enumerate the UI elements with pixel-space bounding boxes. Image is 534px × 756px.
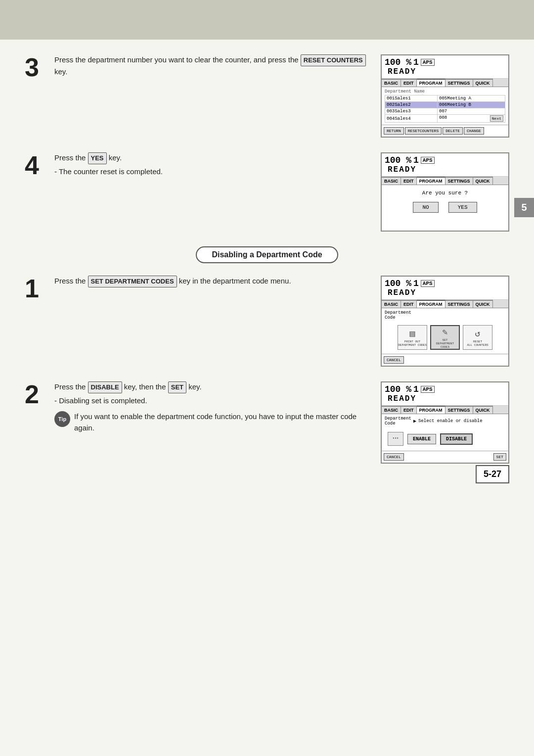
tab-edit-2b[interactable]: EDIT	[401, 406, 417, 414]
table-row-highlight: 002Sales2 006Meeting B	[385, 102, 505, 108]
screen-header-2b: 100 % 1 APS READY	[382, 382, 508, 406]
icon-row-1b: ▤ PRINT OUTDEPARTMENT CODES ✎ SETDEPARTM…	[385, 323, 505, 352]
screen-aps-1b: APS	[421, 280, 435, 287]
screen-num-3: 1	[413, 57, 419, 67]
screen-buttons-2b: CANCEL SET	[382, 451, 508, 463]
tab-quick-1b[interactable]: QUICK	[473, 300, 493, 308]
screen-buttons-1b: CANCEL	[382, 354, 508, 366]
step-3-text1: Press the department number you want to …	[54, 55, 301, 64]
step-1b-number: 1	[25, 276, 44, 301]
table-row: 001Sales1 005Meeting A	[385, 95, 505, 102]
screen-ready-3: READY	[385, 67, 505, 77]
screen-header-4: 100 % 1 APS READY	[382, 153, 508, 177]
section-divider-label: Disabling a Department Code	[196, 246, 338, 263]
reset-all-icon-box[interactable]: ↺ RESETALL COUNTERS	[463, 325, 492, 350]
next-label: Next	[490, 115, 503, 122]
screen-tabs-1b: BASIC EDIT PROGRAM SETTINGS QUICK	[382, 300, 508, 308]
step-1b-text1: Press the	[54, 277, 88, 285]
step-4-text: Press the YES key. - The counter reset i…	[54, 152, 371, 177]
step-2b-text3: key.	[188, 382, 201, 391]
set-dept-icon-box[interactable]: ✎ SETDEPARTMENT CODES	[430, 325, 460, 350]
step-1b-text: Press the SET DEPARTMENT CODES key in th…	[54, 276, 371, 287]
cancel-btn-1b[interactable]: CANCEL	[384, 356, 404, 364]
tab-quick-4[interactable]: QUICK	[473, 177, 493, 185]
resetcounters-btn[interactable]: RESETCOUNTERS	[405, 127, 442, 135]
screen-body-1b: DepartmentCode ▤ PRINT OUTDEPARTMENT COD…	[382, 308, 508, 354]
cancel-btn-2b[interactable]: CANCEL	[384, 453, 404, 461]
tip-text: If you want to enable the department cod…	[74, 411, 371, 433]
step-3-text: Press the department number you want to …	[54, 54, 371, 77]
screen-panel-step3: 100 % 1 APS READY BASIC EDIT PROGRAM SET…	[381, 54, 509, 138]
set-btn-2b[interactable]: SET	[493, 453, 506, 461]
tab-program-1b[interactable]: PROGRAM	[417, 300, 445, 308]
yes-btn[interactable]: YES	[448, 202, 477, 213]
enable-disable-row: *** ENABLE DISABLE	[385, 429, 505, 449]
select-label-2b: Select enable or disable	[418, 419, 483, 424]
no-btn[interactable]: NO	[413, 202, 438, 213]
cell-003: 003Sales3	[385, 108, 438, 115]
tab-settings-3[interactable]: SETTINGS	[445, 79, 473, 87]
screen-pct-3: 100 %	[385, 57, 411, 67]
tab-program-2b[interactable]: PROGRAM	[417, 406, 445, 414]
tab-edit-3[interactable]: EDIT	[401, 79, 417, 87]
arrow-2b: ▶	[413, 418, 416, 424]
change-btn[interactable]: CHANGE	[464, 127, 484, 135]
dept-name-header: Department Name	[385, 89, 505, 94]
screen-num-1b: 1	[413, 279, 419, 288]
tab-program-3[interactable]: PROGRAM	[417, 79, 445, 87]
disable-key: DISABLE	[88, 381, 122, 393]
dept-label-2b: DepartmentCode	[385, 416, 411, 426]
tab-settings-1b[interactable]: SETTINGS	[445, 300, 473, 308]
return-btn[interactable]: RETURN	[384, 127, 404, 135]
step-2b-number: 2	[25, 381, 44, 407]
cell-004: 004Sales4	[385, 115, 438, 123]
screen-tabs-3: BASIC EDIT PROGRAM SETTINGS QUICK	[382, 79, 508, 87]
tab-quick-2b[interactable]: QUICK	[473, 406, 493, 414]
key-symbol: ***	[393, 437, 399, 441]
tip-icon: Tip	[54, 411, 70, 427]
cell-001: 001Sales1	[385, 95, 438, 102]
step-4-number: 4	[25, 152, 44, 178]
screen-aps-3: APS	[421, 59, 435, 66]
print-out-icon: ▤	[410, 328, 415, 339]
screen-panel-step2b: 100 % 1 APS READY BASIC EDIT PROGRAM SET…	[381, 381, 509, 464]
tab-basic-4[interactable]: BASIC	[382, 177, 401, 185]
reset-counters-key: RESET COUNTERS	[301, 54, 366, 66]
top-banner	[0, 0, 534, 40]
tab-basic-1b[interactable]: BASIC	[382, 300, 401, 308]
print-out-icon-box[interactable]: ▤ PRINT OUTDEPARTMENT CODES	[398, 325, 427, 350]
tab-quick-3[interactable]: QUICK	[473, 79, 493, 87]
enable-btn[interactable]: ENABLE	[407, 434, 436, 444]
step-2b-subtext: - Disabling set is completed.	[54, 395, 371, 407]
screen-pct-4: 100 %	[385, 155, 411, 165]
reset-all-label: RESETALL COUNTERS	[467, 340, 488, 347]
screen-body-4: Are you sure ? NO YES	[382, 185, 508, 218]
step-4-text1: Press the	[54, 153, 88, 162]
tab-settings-2b[interactable]: SETTINGS	[445, 406, 473, 414]
tab-basic-3[interactable]: BASIC	[382, 79, 401, 87]
step-4-text2: key.	[109, 153, 122, 162]
screen-ready-4: READY	[385, 165, 505, 175]
tab-edit-4[interactable]: EDIT	[401, 177, 417, 185]
step-1b-section: 1 Press the SET DEPARTMENT CODES key in …	[25, 276, 509, 367]
tab-program-4[interactable]: PROGRAM	[417, 177, 445, 185]
tab-settings-4[interactable]: SETTINGS	[445, 177, 473, 185]
screen-ready-1b: READY	[385, 288, 505, 298]
tab-edit-1b[interactable]: EDIT	[401, 300, 417, 308]
set-key: SET	[168, 381, 186, 393]
step-4-section: 4 Press the YES key. - The counter reset…	[25, 152, 509, 232]
cell-007: 007	[438, 108, 505, 115]
screen-panel-step1b: 100 % 1 APS READY BASIC EDIT PROGRAM SET…	[381, 276, 509, 367]
table-row: 003Sales3 007	[385, 108, 505, 115]
screen-ready-2b: READY	[385, 394, 505, 404]
set-dept-icon: ✎	[443, 327, 448, 337]
disable-btn[interactable]: DISABLE	[440, 433, 473, 445]
step-3-section: 3 Press the department number you want t…	[25, 54, 509, 138]
screen-header-3: 100 % 1 APS READY	[382, 55, 508, 79]
step-2b-text1: Press the	[54, 382, 88, 391]
dept-code-label: DepartmentCode	[385, 310, 505, 320]
yes-key: YES	[88, 152, 107, 164]
delete-btn[interactable]: DELETE	[443, 127, 463, 135]
screen-tabs-4: BASIC EDIT PROGRAM SETTINGS QUICK	[382, 177, 508, 185]
tab-basic-2b[interactable]: BASIC	[382, 406, 401, 414]
